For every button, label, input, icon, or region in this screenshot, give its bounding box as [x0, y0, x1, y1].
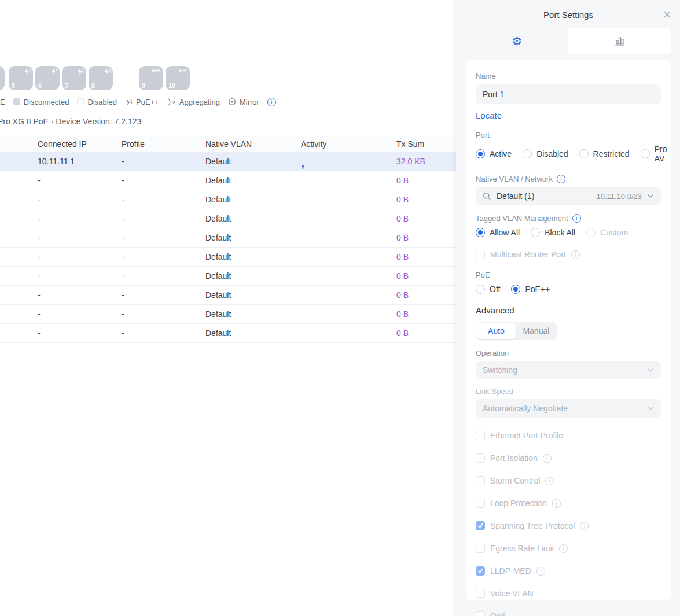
- checkbox-icon: [476, 453, 485, 463]
- table-row[interactable]: --Default0 B: [0, 286, 456, 305]
- column-header-activity[interactable]: Activity: [301, 139, 326, 149]
- info-icon: i: [543, 454, 552, 463]
- cell-tx-sum: 0 B: [396, 176, 409, 185]
- name-label: Name: [476, 72, 661, 80]
- native-vlan-select[interactable]: Default (1) 10.11.10.0/23: [476, 187, 661, 205]
- poe-radio-off[interactable]: Off: [476, 285, 500, 294]
- radio-label: Pro AV: [655, 145, 667, 163]
- radio-icon: [641, 149, 650, 158]
- cell-native-vlan: Default: [205, 271, 231, 281]
- legend-item-disabled: Disabled: [77, 98, 117, 106]
- table-row[interactable]: --Default0 B: [0, 228, 456, 248]
- native-vlan-label: Native VLAN / Network: [476, 175, 553, 183]
- cell-connected-ip: -: [38, 271, 41, 281]
- radio-label: Allow All: [490, 228, 520, 237]
- multicast-label: Multicast Router Port: [490, 250, 566, 259]
- checkbox-label: Spanning Tree Protocol: [490, 521, 575, 530]
- port-tile-8[interactable]: 8: [89, 66, 113, 90]
- divider: [0, 112, 456, 112]
- device-info: Pro XG 8 PoE · Device Version: 7.2.123: [0, 117, 141, 126]
- port-radio-active[interactable]: Active: [476, 149, 512, 158]
- egress-rate-limit-checkbox: Egress Rate Limiti: [476, 544, 661, 553]
- locate-link[interactable]: Locate: [476, 110, 502, 120]
- cell-connected-ip: 10.11.11.1: [38, 157, 75, 166]
- column-header-tx-sum[interactable]: Tx Sum: [396, 139, 424, 149]
- operation-select: Switching: [476, 361, 661, 379]
- radio-icon: [586, 228, 596, 237]
- table-row[interactable]: --Default0 B: [0, 267, 456, 286]
- port-tile-6[interactable]: 6: [35, 66, 60, 90]
- square-filled-icon: [13, 98, 20, 105]
- table-row[interactable]: --Default0 B: [0, 324, 456, 343]
- operation-value: Switching: [483, 366, 517, 375]
- sfp-badge: SFP: [152, 68, 160, 72]
- table-row[interactable]: --Default0 B: [0, 248, 456, 267]
- checkbox-icon: [476, 566, 485, 576]
- table-row[interactable]: --Default0 B: [0, 171, 456, 190]
- radio-icon: [579, 149, 589, 158]
- tagged-vlan-radio-block-all[interactable]: Block All: [531, 228, 575, 237]
- column-header-profile[interactable]: Profile: [122, 139, 145, 149]
- info-icon[interactable]: i: [267, 98, 276, 106]
- table-row[interactable]: --Default0 B: [0, 305, 456, 324]
- lldp-med-checkbox: LLDP-MEDi: [476, 566, 661, 576]
- port-tile-9[interactable]: SFP9: [139, 66, 163, 90]
- info-icon: i: [580, 522, 589, 530]
- cell-profile: -: [122, 271, 124, 281]
- radio-label: Off: [490, 285, 500, 294]
- cell-tx-sum: 0 B: [396, 233, 409, 242]
- bar-chart-icon: [614, 36, 626, 46]
- port-tile-7[interactable]: 7: [62, 66, 86, 90]
- port-tile-partial[interactable]: [0, 66, 5, 90]
- tab-settings[interactable]: ⚙: [466, 28, 568, 54]
- cell-connected-ip: -: [38, 176, 41, 185]
- checkbox-icon: [476, 431, 485, 440]
- info-icon: i: [536, 567, 545, 576]
- native-vlan-value: Default (1): [497, 191, 534, 201]
- legend-item-e: E: [0, 98, 5, 106]
- operation-label: Operation: [476, 349, 661, 357]
- radio-label: Disabled: [536, 149, 568, 158]
- column-header-native-vlan[interactable]: Native VLAN: [205, 139, 252, 149]
- cell-native-vlan: Default: [205, 233, 231, 242]
- port-number: 9: [142, 82, 145, 89]
- tagged-vlan-radio-allow-all[interactable]: Allow All: [476, 228, 520, 237]
- name-input[interactable]: [476, 84, 661, 104]
- cell-native-vlan: Default: [205, 290, 231, 300]
- mode-auto-segment[interactable]: Auto: [476, 323, 516, 339]
- port-radio-restricted[interactable]: Restricted: [579, 149, 630, 158]
- ethernet-port-profile-checkbox: Ethernet Port Profile: [476, 431, 661, 440]
- port-number: 6: [38, 82, 42, 89]
- cell-profile: -: [122, 290, 124, 300]
- close-icon[interactable]: [662, 9, 672, 20]
- info-icon: i: [571, 250, 580, 259]
- tagged-vlan-radio-group: Allow AllBlock AllCustom: [476, 228, 661, 237]
- table-row[interactable]: --Default0 B: [0, 190, 456, 209]
- info-icon: i: [557, 175, 565, 183]
- port-radio-pro-av[interactable]: Pro AV: [641, 145, 667, 163]
- poe-radio-poe-[interactable]: PoE++: [511, 285, 550, 294]
- table-row[interactable]: --Default0 B: [0, 209, 456, 228]
- column-header-connected-ip[interactable]: Connected IP: [38, 139, 87, 149]
- poe-bolt-icon: [24, 68, 31, 75]
- radio-label: Block All: [545, 228, 575, 237]
- cell-connected-ip: -: [38, 252, 41, 261]
- checkbox-label: Loop Protection: [490, 499, 547, 508]
- cell-profile: -: [122, 329, 124, 338]
- port-tile-10[interactable]: SFP10: [166, 66, 190, 90]
- port-radio-disabled[interactable]: Disabled: [523, 149, 568, 158]
- link-speed-select: Automatically Negotiate: [476, 399, 661, 418]
- poe-bolt-icon: [50, 68, 58, 75]
- tab-statistics[interactable]: [568, 28, 671, 54]
- port-tile-5[interactable]: 5: [9, 66, 33, 90]
- mode-manual-segment[interactable]: Manual: [516, 323, 556, 339]
- port-legend: EDisconnectedDisabledPoE++AggregatingMir…: [0, 97, 276, 107]
- cell-tx-sum: 0 B: [396, 271, 409, 281]
- tagged-vlan-radio-custom: Custom: [586, 228, 628, 237]
- advanced-mode-toggle: AutoManual: [476, 322, 557, 340]
- tagged-vlan-label-row: Tagged VLAN Management i: [476, 214, 661, 223]
- table-row[interactable]: 10.11.11.1-Default32.0 KB: [0, 152, 456, 171]
- port-number: 10: [168, 82, 175, 89]
- panel-tabs: ⚙: [466, 28, 671, 54]
- checkbox-icon: [476, 499, 485, 508]
